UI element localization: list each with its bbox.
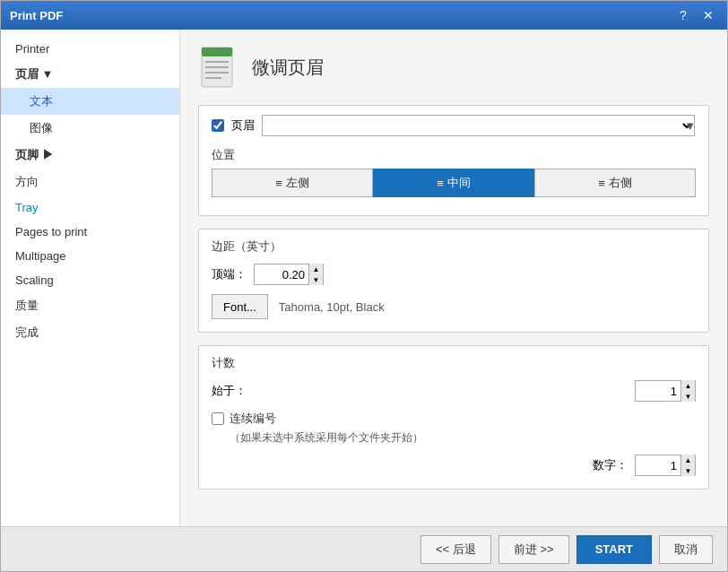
page-title: 微调页眉: [252, 56, 324, 80]
digits-input[interactable]: [636, 455, 680, 475]
back-button[interactable]: << 后退: [420, 535, 491, 564]
sidebar-label-multipage: Multipage: [15, 249, 65, 263]
sidebar-item-orientation[interactable]: 方向: [1, 169, 179, 195]
header-checkbox-label: 页眉: [231, 117, 255, 134]
count-label: 计数: [212, 355, 696, 371]
sidebar-item-image[interactable]: 图像: [1, 115, 179, 142]
start-button[interactable]: START: [576, 535, 652, 564]
sidebar-label-text: 文本: [30, 93, 53, 109]
sidebar-item-scaling[interactable]: Scaling: [1, 268, 179, 292]
svg-rect-2: [202, 48, 232, 55]
header-checkbox[interactable]: [212, 119, 224, 132]
content-area: 微调页眉 页眉 ▼ 位置 ≡: [180, 30, 727, 526]
continuous-note: （如果未选中系统采用每个文件夹开始）: [230, 430, 696, 446]
continuous-checkbox[interactable]: [212, 412, 224, 425]
sidebar: Printer 页眉 ▼ 文本 图像 页脚 ▶ 方向 Tray Pages to…: [1, 30, 180, 526]
header-dropdown[interactable]: [262, 115, 695, 136]
header-icon: [198, 46, 241, 89]
bottom-bar: << 后退 前进 >> START 取消: [1, 526, 727, 571]
sidebar-item-multipage[interactable]: Multipage: [1, 244, 179, 268]
position-left-label: 左侧: [286, 175, 309, 191]
continuous-checkbox-row: 连续编号: [212, 411, 696, 427]
sidebar-label-image: 图像: [30, 120, 53, 136]
sidebar-label-header: 页眉 ▼: [15, 66, 53, 82]
start-label: 始于：: [212, 383, 247, 399]
title-bar-controls: ? ✕: [673, 5, 718, 25]
sidebar-label-footer: 页脚 ▶: [15, 147, 54, 163]
count-section: 计数 始于： ▲ ▼ 连续编号 （如果未选中: [198, 345, 709, 490]
position-right-button[interactable]: ≡ 右侧: [534, 169, 696, 197]
sidebar-item-text[interactable]: 文本: [1, 88, 179, 115]
start-input[interactable]: [636, 381, 680, 401]
font-row: Font... Tahoma, 10pt, Black: [212, 294, 696, 319]
header-section: 页眉 ▼ 位置 ≡ 左侧 ≡: [198, 105, 709, 216]
position-center-icon: ≡: [437, 177, 444, 190]
digits-spinner: ▲ ▼: [635, 455, 696, 476]
sidebar-label-finish: 完成: [15, 325, 39, 341]
cancel-button[interactable]: 取消: [659, 535, 713, 564]
sidebar-item-printer[interactable]: Printer: [1, 37, 179, 61]
dialog: Print PDF ? ✕ Printer 页眉 ▼ 文本 图像 页脚 ▶: [0, 0, 728, 572]
start-spinner-up[interactable]: ▲: [680, 380, 695, 391]
start-spinner-down[interactable]: ▼: [680, 391, 695, 402]
start-row: 始于： ▲ ▼: [212, 380, 696, 402]
help-button[interactable]: ?: [673, 5, 693, 25]
start-spinner-arrows: ▲ ▼: [680, 380, 695, 402]
dialog-title: Print PDF: [10, 9, 63, 22]
forward-button[interactable]: 前进 >>: [498, 535, 569, 564]
margin-top-row: 顶端： ▲ ▼: [212, 264, 696, 285]
header-checkbox-row: 页眉 ▼: [212, 115, 696, 136]
position-right-label: 右侧: [609, 175, 632, 191]
position-left-button[interactable]: ≡ 左侧: [212, 169, 373, 197]
sidebar-label-scaling: Scaling: [15, 273, 54, 287]
sidebar-label-orientation: 方向: [15, 174, 39, 190]
font-button[interactable]: Font...: [212, 294, 268, 319]
sidebar-item-pages-to-print[interactable]: Pages to print: [1, 220, 179, 244]
title-bar: Print PDF ? ✕: [1, 1, 727, 30]
start-spinner: ▲ ▼: [635, 380, 696, 402]
content-header: 微调页眉: [198, 46, 709, 89]
digits-spinner-down[interactable]: ▼: [680, 465, 695, 476]
sidebar-label-quality: 质量: [15, 298, 39, 314]
sidebar-item-quality[interactable]: 质量: [1, 292, 179, 319]
margin-top-label: 顶端：: [212, 266, 247, 282]
font-preview: Tahoma, 10pt, Black: [279, 300, 385, 314]
digits-spinner-up[interactable]: ▲: [680, 455, 695, 465]
margin-top-spinner: ▲ ▼: [254, 264, 324, 285]
sidebar-item-tray[interactable]: Tray: [1, 195, 179, 220]
digits-spinner-arrows: ▲ ▼: [680, 455, 695, 476]
sidebar-label-pages-to-print: Pages to print: [15, 225, 87, 238]
margin-top-input[interactable]: [255, 264, 308, 284]
position-section: 位置 ≡ 左侧 ≡ 中间 ≡ 右侧: [212, 147, 696, 197]
position-left-icon: ≡: [275, 177, 282, 190]
margin-section: 边距（英寸） 顶端： ▲ ▼ Font... Tahoma, 10pt, Bla…: [198, 229, 709, 333]
margin-label: 边距（英寸）: [212, 238, 696, 255]
position-center-button[interactable]: ≡ 中间: [373, 169, 534, 197]
position-right-icon: ≡: [598, 177, 605, 190]
spinner-arrows: ▲ ▼: [308, 264, 323, 285]
spinner-up-button[interactable]: ▲: [308, 264, 323, 274]
sidebar-label-printer: Printer: [15, 42, 49, 56]
position-center-label: 中间: [447, 175, 471, 191]
main-content: Printer 页眉 ▼ 文本 图像 页脚 ▶ 方向 Tray Pages to…: [1, 30, 727, 526]
close-button[interactable]: ✕: [698, 5, 718, 25]
spinner-down-button[interactable]: ▼: [308, 274, 323, 285]
position-buttons: ≡ 左侧 ≡ 中间 ≡ 右侧: [212, 169, 696, 197]
digits-row: 数字： ▲ ▼: [212, 455, 696, 476]
digits-label: 数字：: [593, 457, 628, 473]
continuous-label: 连续编号: [230, 411, 276, 427]
sidebar-label-tray: Tray: [15, 201, 39, 214]
sidebar-item-header[interactable]: 页眉 ▼: [1, 61, 179, 88]
sidebar-item-footer[interactable]: 页脚 ▶: [1, 142, 179, 169]
position-label: 位置: [212, 147, 696, 163]
sidebar-item-finish[interactable]: 完成: [1, 319, 179, 346]
